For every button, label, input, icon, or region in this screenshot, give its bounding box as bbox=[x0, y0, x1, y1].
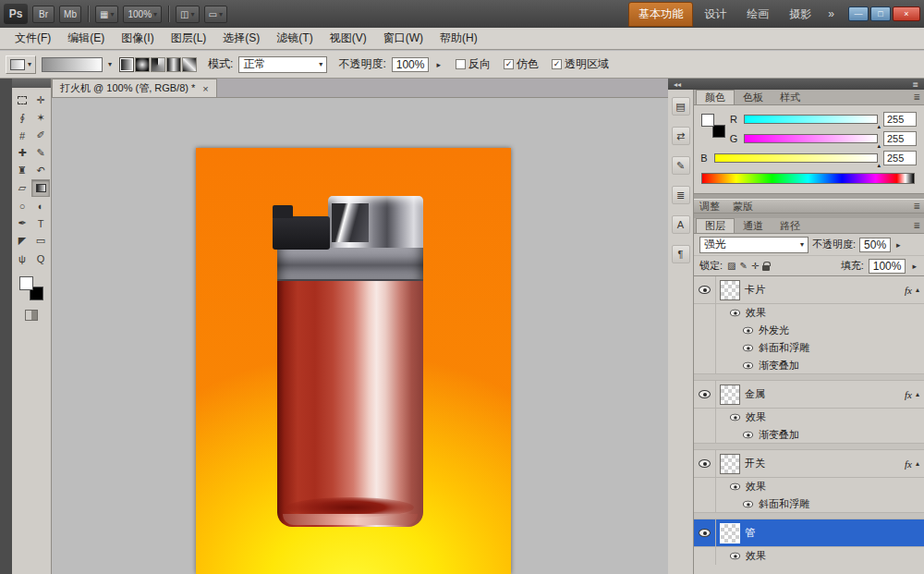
eye-icon[interactable] bbox=[730, 553, 740, 560]
tab-color[interactable]: 颜色 bbox=[696, 90, 735, 104]
opacity-input[interactable]: 100% bbox=[392, 57, 430, 72]
layer-name[interactable]: 卡片 bbox=[745, 283, 765, 297]
gradient-preview[interactable] bbox=[42, 57, 103, 72]
transparency-checkbox[interactable]: ✓ 透明区域 bbox=[552, 56, 609, 72]
eye-icon[interactable] bbox=[730, 483, 740, 491]
eye-icon[interactable] bbox=[730, 414, 740, 421]
fill-input[interactable]: 100% bbox=[869, 259, 906, 274]
tab-adjustments[interactable]: 调整 bbox=[699, 200, 720, 214]
effect-row-outer-glow[interactable]: 外发光 bbox=[694, 322, 924, 339]
layer-name[interactable]: 金属 bbox=[745, 387, 765, 401]
eye-icon[interactable] bbox=[743, 431, 753, 438]
blue-value-input[interactable]: 255 bbox=[883, 151, 917, 165]
workspace-tab-essentials[interactable]: 基本功能 bbox=[628, 2, 693, 27]
tab-swatches[interactable]: 色板 bbox=[735, 90, 772, 104]
close-icon[interactable]: × bbox=[202, 83, 208, 94]
fx-collapse-icon[interactable]: ▴ bbox=[912, 390, 924, 398]
lock-transparency-icon[interactable]: ▨ bbox=[727, 261, 736, 271]
type-tool[interactable]: T bbox=[31, 214, 50, 232]
layer-name[interactable]: 管 bbox=[745, 526, 755, 540]
menu-item-select[interactable]: 选择(S) bbox=[215, 28, 267, 49]
tab-paths[interactable]: 路径 bbox=[772, 218, 808, 233]
effects-header-row[interactable]: 效果 bbox=[694, 304, 924, 322]
panel-menu-icon[interactable]: ≣ bbox=[913, 221, 920, 230]
blue-slider[interactable]: ▴ bbox=[714, 153, 878, 163]
layer-row-tube[interactable]: 管 bbox=[694, 519, 924, 547]
eye-icon[interactable] bbox=[743, 327, 753, 335]
menu-item-image[interactable]: 图像(I) bbox=[114, 28, 161, 49]
red-value-input[interactable]: 255 bbox=[883, 112, 917, 127]
panel-icon-4[interactable]: ≣ bbox=[672, 186, 690, 204]
dodge-tool[interactable]: ◐ bbox=[31, 197, 50, 214]
effect-row-gradient-overlay[interactable]: 渐变叠加 bbox=[694, 426, 924, 444]
tool-preset-picker[interactable]: ▾ bbox=[6, 55, 36, 74]
menu-item-filter[interactable]: 滤镜(T) bbox=[269, 28, 320, 49]
dock-menu-icon[interactable]: ≣ bbox=[912, 80, 918, 89]
tab-masks[interactable]: 蒙版 bbox=[733, 200, 753, 214]
magic-wand-tool[interactable]: ✶ bbox=[31, 109, 50, 127]
slider-thumb-icon[interactable]: ▴ bbox=[877, 123, 881, 130]
eyedropper-tool[interactable]: ✐ bbox=[31, 127, 50, 144]
menu-item-window[interactable]: 窗口(W) bbox=[376, 28, 431, 49]
visibility-toggle[interactable] bbox=[694, 519, 716, 546]
workspace-tab-design[interactable]: 设计 bbox=[695, 3, 736, 26]
character-panel-icon[interactable]: A bbox=[672, 215, 690, 234]
hand-tool[interactable]: ψ bbox=[13, 250, 31, 267]
lighter-artwork[interactable] bbox=[196, 148, 511, 574]
document-tab[interactable]: 打火机 @ 100% (管, RGB/8) * × bbox=[52, 79, 217, 97]
workspace-overflow-icon[interactable]: » bbox=[828, 7, 834, 20]
eye-icon[interactable] bbox=[743, 500, 753, 507]
shape-tool[interactable]: ▭ bbox=[31, 232, 50, 250]
green-slider[interactable]: ▴ bbox=[744, 134, 878, 143]
panel-icon-2[interactable]: ⇄ bbox=[672, 127, 690, 145]
paragraph-panel-icon[interactable]: ¶ bbox=[672, 245, 690, 263]
panel-icon-3[interactable]: ✎ bbox=[672, 156, 690, 175]
effects-header-row[interactable]: 效果 bbox=[694, 478, 924, 495]
layer-row-card[interactable]: 卡片 fx ▴ bbox=[694, 276, 924, 304]
layer-name[interactable]: 开关 bbox=[745, 457, 765, 470]
reverse-checkbox[interactable]: 反向 bbox=[456, 56, 491, 72]
layer-thumbnail[interactable] bbox=[720, 454, 740, 474]
panel-menu-icon[interactable]: ≣ bbox=[913, 92, 920, 102]
foreground-color-swatch[interactable] bbox=[701, 114, 714, 127]
layer-blend-mode-select[interactable]: 强光 ▾ bbox=[699, 237, 808, 253]
effect-row-bevel-emboss[interactable]: 斜面和浮雕 bbox=[694, 339, 924, 357]
layer-thumbnail[interactable] bbox=[720, 523, 740, 543]
eraser-tool[interactable]: ▱ bbox=[13, 179, 31, 197]
lock-image-icon[interactable]: ✎ bbox=[740, 261, 748, 271]
tab-channels[interactable]: 通道 bbox=[735, 218, 772, 233]
angle-gradient-button[interactable] bbox=[151, 57, 165, 72]
view-extras-button[interactable]: ▦ ▾ bbox=[95, 6, 118, 23]
menu-item-layer[interactable]: 图层(L) bbox=[164, 28, 214, 49]
eye-icon[interactable] bbox=[730, 310, 740, 317]
menu-item-file[interactable]: 文件(F) bbox=[7, 28, 58, 49]
effects-header-row[interactable]: 效果 bbox=[694, 547, 924, 565]
layer-row-switch[interactable]: 开关 fx ▴ bbox=[694, 450, 924, 478]
crop-tool[interactable]: # bbox=[13, 127, 31, 144]
effect-row-gradient-overlay[interactable]: 渐变叠加 bbox=[694, 357, 924, 374]
color-spectrum-ramp[interactable] bbox=[701, 173, 915, 184]
red-slider[interactable]: ▴ bbox=[744, 115, 878, 124]
reflected-gradient-button[interactable] bbox=[166, 57, 181, 72]
lasso-tool[interactable]: ∮ bbox=[13, 109, 31, 127]
canvas[interactable] bbox=[52, 98, 668, 574]
tab-layers[interactable]: 图层 bbox=[696, 218, 735, 233]
launch-mini-bridge-button[interactable]: Mb bbox=[59, 6, 81, 23]
diamond-gradient-button[interactable] bbox=[182, 57, 197, 72]
radial-gradient-button[interactable] bbox=[135, 57, 150, 72]
visibility-toggle[interactable] bbox=[694, 450, 716, 477]
green-value-input[interactable]: 255 bbox=[883, 131, 917, 146]
menu-item-help[interactable]: 帮助(H) bbox=[432, 28, 485, 49]
panel-icon-1[interactable]: ▤ bbox=[672, 97, 690, 116]
layer-thumbnail[interactable] bbox=[720, 385, 740, 405]
arrange-documents-button[interactable]: ◫ ▾ bbox=[176, 6, 199, 23]
fx-collapse-icon[interactable]: ▴ bbox=[912, 459, 924, 468]
healing-brush-tool[interactable]: ✚ bbox=[13, 144, 31, 162]
toolbox-header[interactable] bbox=[12, 79, 51, 88]
menu-item-edit[interactable]: 编辑(E) bbox=[60, 28, 112, 49]
dock-collapse-icon[interactable]: ◂◂ bbox=[674, 80, 681, 89]
restore-button[interactable]: □ bbox=[870, 6, 891, 21]
screen-mode-button[interactable]: ▭ ▾ bbox=[204, 6, 227, 23]
opacity-slider-arrow-icon[interactable]: ▸ bbox=[434, 60, 443, 69]
close-button[interactable]: × bbox=[893, 6, 920, 21]
